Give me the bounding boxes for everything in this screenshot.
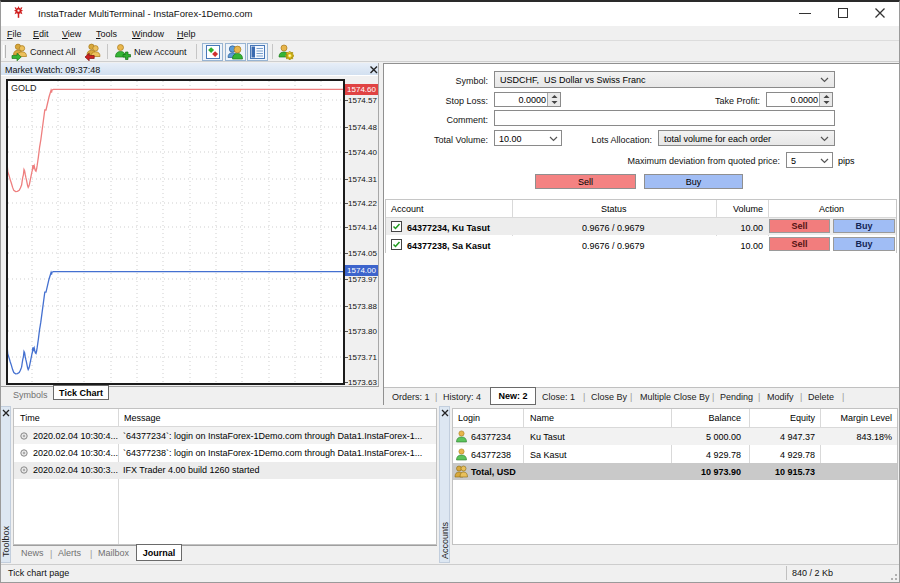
svg-text:GOLD: GOLD [11,83,37,93]
